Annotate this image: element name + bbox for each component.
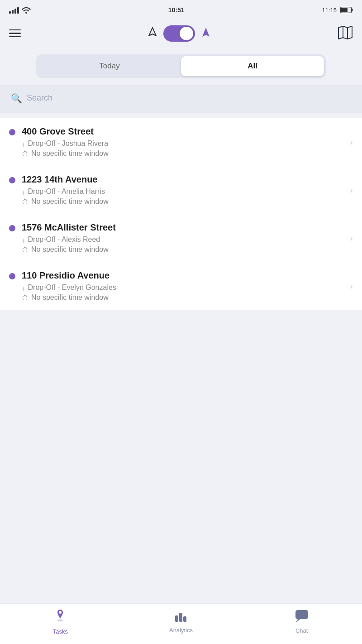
time-window: No specific time window (31, 293, 109, 302)
tab-tasks-label: Tasks (53, 628, 68, 635)
time-right: 11:15 (322, 7, 337, 14)
dropoff-icon: ↓ (22, 140, 25, 148)
delivery-time: ⏱ No specific time window (22, 197, 343, 206)
delivery-type-person: Drop-Off - Evelyn Gonzales (28, 284, 116, 292)
delivery-type-person: Drop-Off - Joshua Rivera (28, 139, 109, 148)
deliveries-list: 400 Grove Street ↓ Drop-Off - Joshua Riv… (0, 118, 362, 310)
navigate-icon (147, 27, 158, 40)
wifi-icon (22, 6, 31, 14)
svg-point-5 (59, 611, 62, 614)
search-bar: 🔍 (0, 85, 362, 113)
chevron-icon: › (350, 233, 353, 243)
delivery-meta: ↓ Drop-Off - Evelyn Gonzales (22, 284, 343, 292)
tab-chat-label: Chat (295, 627, 308, 634)
gps-icon (200, 27, 211, 40)
analytics-icon (174, 610, 188, 625)
chevron-icon: › (350, 281, 353, 291)
nav-center (147, 25, 211, 42)
clock-icon: ⏱ (22, 198, 29, 206)
mode-toggle[interactable] (163, 25, 195, 42)
status-bar: 10:51 11:15 (0, 0, 362, 20)
menu-button[interactable] (9, 29, 21, 38)
segment-control: Today All (36, 54, 326, 78)
delivery-dot (9, 129, 15, 135)
tab-tasks[interactable]: Tasks (0, 609, 121, 635)
bottom-nav: Tasks Analytics Chat (0, 603, 362, 644)
chat-icon (295, 610, 309, 625)
clock-icon: ⏱ (22, 294, 29, 302)
chevron-icon: › (350, 137, 353, 147)
delivery-item[interactable]: 1223 14th Avenue ↓ Drop-Off - Amelia Har… (0, 166, 362, 214)
svg-rect-2 (352, 9, 353, 11)
delivery-content: 1223 14th Avenue ↓ Drop-Off - Amelia Har… (22, 174, 343, 206)
delivery-time: ⏱ No specific time window (22, 149, 343, 158)
top-nav (0, 20, 362, 47)
chevron-icon: › (350, 185, 353, 195)
time-window: No specific time window (31, 245, 109, 254)
toggle-knob (180, 27, 193, 40)
delivery-meta: ↓ Drop-Off - Joshua Rivera (22, 139, 343, 148)
search-wrapper: 🔍 (9, 90, 353, 106)
delivery-dot (9, 177, 15, 183)
svg-rect-8 (179, 613, 182, 622)
delivery-type-person: Drop-Off - Amelia Harris (28, 187, 105, 196)
map-icon[interactable] (338, 26, 353, 41)
svg-point-6 (57, 619, 63, 621)
tab-analytics[interactable]: Analytics (121, 610, 242, 634)
segment-today[interactable]: Today (38, 56, 181, 76)
delivery-type-person: Drop-Off - Alexis Reed (28, 235, 100, 244)
delivery-item[interactable]: 1576 McAllister Street ↓ Drop-Off - Alex… (0, 214, 362, 262)
delivery-address: 110 Presidio Avenue (22, 270, 343, 281)
svg-rect-7 (175, 615, 178, 622)
battery-icon (340, 7, 353, 13)
search-icon: 🔍 (11, 93, 22, 104)
svg-rect-9 (183, 616, 186, 622)
dropoff-icon: ↓ (22, 284, 25, 292)
delivery-time: ⏱ No specific time window (22, 293, 343, 302)
delivery-content: 110 Presidio Avenue ↓ Drop-Off - Evelyn … (22, 270, 343, 302)
delivery-address: 1576 McAllister Street (22, 222, 343, 233)
status-left (9, 6, 31, 14)
clock-icon: ⏱ (22, 150, 29, 158)
segment-all[interactable]: All (181, 56, 324, 76)
delivery-meta: ↓ Drop-Off - Alexis Reed (22, 235, 343, 244)
status-right: 11:15 (322, 7, 353, 14)
delivery-dot (9, 225, 15, 231)
dropoff-icon: ↓ (22, 188, 25, 196)
delivery-meta: ↓ Drop-Off - Amelia Harris (22, 187, 343, 196)
tab-analytics-label: Analytics (169, 627, 193, 634)
tasks-icon (54, 609, 67, 626)
svg-rect-1 (341, 8, 348, 12)
svg-marker-11 (296, 619, 300, 622)
status-time: 10:51 (168, 6, 185, 14)
delivery-dot (9, 273, 15, 279)
delivery-item[interactable]: 110 Presidio Avenue ↓ Drop-Off - Evelyn … (0, 262, 362, 310)
search-input[interactable] (27, 90, 351, 106)
dropoff-icon: ↓ (22, 236, 25, 244)
tab-chat[interactable]: Chat (241, 610, 362, 634)
delivery-item[interactable]: 400 Grove Street ↓ Drop-Off - Joshua Riv… (0, 118, 362, 166)
svg-rect-10 (295, 610, 308, 619)
delivery-content: 400 Grove Street ↓ Drop-Off - Joshua Riv… (22, 126, 343, 158)
delivery-time: ⏱ No specific time window (22, 245, 343, 254)
delivery-address: 1223 14th Avenue (22, 174, 343, 185)
signal-icon (9, 6, 19, 14)
content-area: 400 Grove Street ↓ Drop-Off - Joshua Riv… (0, 118, 362, 356)
time-window: No specific time window (31, 197, 109, 206)
time-window: No specific time window (31, 149, 109, 158)
clock-icon: ⏱ (22, 246, 29, 254)
delivery-address: 400 Grove Street (22, 126, 343, 137)
delivery-content: 1576 McAllister Street ↓ Drop-Off - Alex… (22, 222, 343, 254)
